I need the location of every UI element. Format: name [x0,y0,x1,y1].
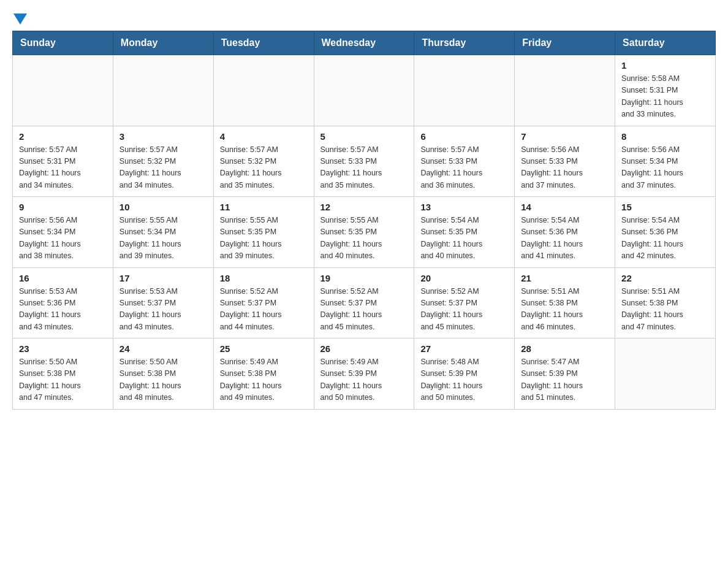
day-number: 14 [521,202,609,212]
day-number: 26 [320,343,408,354]
day-number: 10 [119,202,207,212]
day-info: Sunrise: 5:53 AMSunset: 5:37 PMDaylight:… [119,286,207,334]
day-number: 13 [420,202,508,212]
calendar-day-cell: 18Sunrise: 5:52 AMSunset: 5:37 PMDayligh… [213,267,314,339]
calendar-day-cell: 20Sunrise: 5:52 AMSunset: 5:37 PMDayligh… [414,267,515,339]
day-info: Sunrise: 5:51 AMSunset: 5:38 PMDaylight:… [521,286,609,334]
day-info: Sunrise: 5:56 AMSunset: 5:34 PMDaylight:… [19,215,107,262]
day-number: 9 [19,202,107,212]
day-of-week-header: Thursday [414,31,515,55]
day-of-week-header: Friday [515,31,615,55]
day-number: 19 [320,273,408,283]
calendar-week-row: 16Sunrise: 5:53 AMSunset: 5:36 PMDayligh… [13,267,716,339]
calendar-header: SundayMondayTuesdayWednesdayThursdayFrid… [13,31,716,55]
calendar-day-cell: 15Sunrise: 5:54 AMSunset: 5:36 PMDayligh… [615,197,716,268]
day-of-week-header: Sunday [13,31,113,55]
logo-arrow-icon [13,13,27,25]
day-number: 5 [320,131,408,142]
day-of-week-header: Saturday [615,31,716,55]
day-info: Sunrise: 5:57 AMSunset: 5:32 PMDaylight:… [119,144,207,192]
day-number: 4 [220,131,308,142]
day-info: Sunrise: 5:53 AMSunset: 5:36 PMDaylight:… [19,286,107,334]
page-header [12,12,716,25]
day-number: 8 [621,131,709,142]
day-info: Sunrise: 5:52 AMSunset: 5:37 PMDaylight:… [420,286,508,334]
calendar-day-cell [515,55,615,126]
calendar-day-cell: 5Sunrise: 5:57 AMSunset: 5:33 PMDaylight… [314,126,414,197]
calendar-day-cell: 19Sunrise: 5:52 AMSunset: 5:37 PMDayligh… [314,267,414,339]
logo [12,12,27,25]
day-info: Sunrise: 5:57 AMSunset: 5:31 PMDaylight:… [19,144,107,192]
calendar-day-cell: 6Sunrise: 5:57 AMSunset: 5:33 PMDaylight… [414,126,515,197]
calendar-day-cell: 24Sunrise: 5:50 AMSunset: 5:38 PMDayligh… [113,339,213,410]
day-info: Sunrise: 5:54 AMSunset: 5:35 PMDaylight:… [420,215,508,262]
day-info: Sunrise: 5:55 AMSunset: 5:35 PMDaylight:… [320,215,408,262]
day-info: Sunrise: 5:50 AMSunset: 5:38 PMDaylight:… [119,356,207,404]
calendar-day-cell: 13Sunrise: 5:54 AMSunset: 5:35 PMDayligh… [414,197,515,268]
day-number: 6 [420,131,508,142]
day-info: Sunrise: 5:57 AMSunset: 5:33 PMDaylight:… [320,144,408,192]
day-number: 2 [19,131,107,142]
day-info: Sunrise: 5:55 AMSunset: 5:35 PMDaylight:… [220,215,308,262]
day-info: Sunrise: 5:58 AMSunset: 5:31 PMDaylight:… [621,73,709,121]
day-number: 16 [19,273,107,283]
calendar-day-cell [113,55,213,126]
calendar-day-cell: 8Sunrise: 5:56 AMSunset: 5:34 PMDaylight… [615,126,716,197]
day-number: 7 [521,131,609,142]
calendar-table: SundayMondayTuesdayWednesdayThursdayFrid… [12,31,716,410]
day-info: Sunrise: 5:49 AMSunset: 5:38 PMDaylight:… [220,356,308,404]
day-info: Sunrise: 5:49 AMSunset: 5:39 PMDaylight:… [320,356,408,404]
day-number: 23 [19,343,107,354]
day-number: 15 [621,202,709,212]
day-number: 3 [119,131,207,142]
calendar-day-cell: 12Sunrise: 5:55 AMSunset: 5:35 PMDayligh… [314,197,414,268]
day-number: 21 [521,273,609,283]
calendar-day-cell [314,55,414,126]
calendar-day-cell [414,55,515,126]
calendar-day-cell: 4Sunrise: 5:57 AMSunset: 5:32 PMDaylight… [213,126,314,197]
day-info: Sunrise: 5:57 AMSunset: 5:33 PMDaylight:… [420,144,508,192]
calendar-day-cell: 17Sunrise: 5:53 AMSunset: 5:37 PMDayligh… [113,267,213,339]
day-info: Sunrise: 5:54 AMSunset: 5:36 PMDaylight:… [521,215,609,262]
calendar-day-cell: 22Sunrise: 5:51 AMSunset: 5:38 PMDayligh… [615,267,716,339]
days-of-week-row: SundayMondayTuesdayWednesdayThursdayFrid… [13,31,716,55]
day-info: Sunrise: 5:52 AMSunset: 5:37 PMDaylight:… [220,286,308,334]
day-number: 17 [119,273,207,283]
calendar-day-cell: 16Sunrise: 5:53 AMSunset: 5:36 PMDayligh… [13,267,113,339]
calendar-day-cell: 14Sunrise: 5:54 AMSunset: 5:36 PMDayligh… [515,197,615,268]
calendar-day-cell: 1Sunrise: 5:58 AMSunset: 5:31 PMDaylight… [615,55,716,126]
day-info: Sunrise: 5:57 AMSunset: 5:32 PMDaylight:… [220,144,308,192]
day-number: 1 [621,60,709,71]
day-number: 20 [420,273,508,283]
day-of-week-header: Wednesday [314,31,414,55]
day-number: 18 [220,273,308,283]
day-info: Sunrise: 5:52 AMSunset: 5:37 PMDaylight:… [320,286,408,334]
day-number: 27 [420,343,508,354]
calendar-day-cell: 25Sunrise: 5:49 AMSunset: 5:38 PMDayligh… [213,339,314,410]
day-of-week-header: Tuesday [213,31,314,55]
calendar-day-cell: 2Sunrise: 5:57 AMSunset: 5:31 PMDaylight… [13,126,113,197]
calendar-day-cell: 28Sunrise: 5:47 AMSunset: 5:39 PMDayligh… [515,339,615,410]
day-number: 24 [119,343,207,354]
day-info: Sunrise: 5:56 AMSunset: 5:33 PMDaylight:… [521,144,609,192]
day-number: 12 [320,202,408,212]
calendar-day-cell: 11Sunrise: 5:55 AMSunset: 5:35 PMDayligh… [213,197,314,268]
calendar-week-row: 9Sunrise: 5:56 AMSunset: 5:34 PMDaylight… [13,197,716,268]
day-info: Sunrise: 5:56 AMSunset: 5:34 PMDaylight:… [621,144,709,192]
day-number: 28 [521,343,609,354]
day-number: 25 [220,343,308,354]
day-number: 11 [220,202,308,212]
calendar-day-cell: 21Sunrise: 5:51 AMSunset: 5:38 PMDayligh… [515,267,615,339]
calendar-body: 1Sunrise: 5:58 AMSunset: 5:31 PMDaylight… [13,55,716,410]
day-info: Sunrise: 5:54 AMSunset: 5:36 PMDaylight:… [621,215,709,262]
day-info: Sunrise: 5:51 AMSunset: 5:38 PMDaylight:… [621,286,709,334]
calendar-day-cell [13,55,113,126]
calendar-day-cell: 7Sunrise: 5:56 AMSunset: 5:33 PMDaylight… [515,126,615,197]
day-info: Sunrise: 5:55 AMSunset: 5:34 PMDaylight:… [119,215,207,262]
day-info: Sunrise: 5:47 AMSunset: 5:39 PMDaylight:… [521,356,609,404]
day-number: 22 [621,273,709,283]
calendar-day-cell: 3Sunrise: 5:57 AMSunset: 5:32 PMDaylight… [113,126,213,197]
calendar-day-cell: 9Sunrise: 5:56 AMSunset: 5:34 PMDaylight… [13,197,113,268]
calendar-day-cell [615,339,716,410]
calendar-week-row: 1Sunrise: 5:58 AMSunset: 5:31 PMDaylight… [13,55,716,126]
